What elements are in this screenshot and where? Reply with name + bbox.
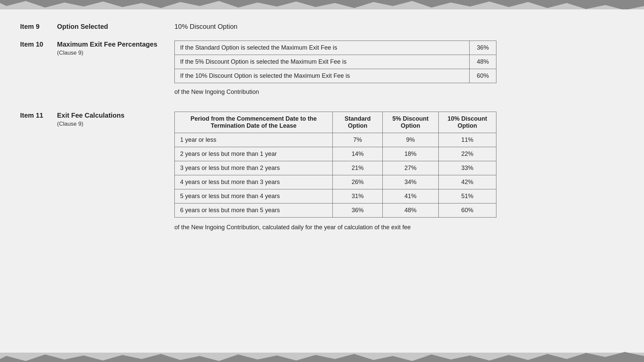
item11-left: Item 11 Exit Fee Calculations (Clause 9) [20,112,174,232]
item10-title: Maximum Exit Fee Percentages [57,41,158,48]
calc-row2-period: 2 years or less but more than 1 year [175,147,333,161]
max-fee-row2-value: 48% [470,55,496,69]
max-fee-row1-desc: If the Standard Option is selected the M… [175,41,470,55]
calc-row2-standard: 14% [333,147,383,161]
max-fee-row2-desc: If the 5% Discount Option is selected th… [175,55,470,69]
calc-row4-discount5: 34% [383,175,438,189]
max-fee-row3-value: 60% [470,69,496,83]
calc-row5-standard: 31% [333,189,383,203]
calc-row6-standard: 36% [333,203,383,218]
item9-number: Item 9 [20,23,57,31]
item10-footer: of the New Ingoing Contribution [174,88,624,96]
item10-clause: (Clause 9) [57,50,158,56]
calc-row1-period: 1 year or less [175,133,333,147]
table-row: If the Standard Option is selected the M… [175,41,496,55]
calc-table: Period from the Commencement Date to the… [174,112,496,218]
calc-header-standard: Standard Option [333,112,383,133]
calc-row1-discount10: 11% [438,133,496,147]
calc-row3-standard: 21% [333,161,383,175]
calc-row6-discount10: 60% [438,203,496,218]
table-row: 2 years or less but more than 1 year 14%… [175,147,496,161]
max-fee-table-body: If the Standard Option is selected the M… [175,41,496,83]
calc-header-discount5: 5% Discount Option [383,112,438,133]
max-fee-row1-value: 36% [470,41,496,55]
item10-title-block: Maximum Exit Fee Percentages (Clause 9) [57,41,158,56]
calc-row3-discount5: 27% [383,161,438,175]
item10-left: Item 10 Maximum Exit Fee Percentages (Cl… [20,41,174,102]
item9-header-row: Item 9 Option Selected [20,23,168,31]
table-row: 1 year or less 7% 9% 11% [175,133,496,147]
torn-bottom-edge [0,352,644,362]
table-row: 6 years or less but more than 5 years 36… [175,203,496,218]
max-fee-table: If the Standard Option is selected the M… [174,41,496,83]
item11-clause: (Clause 9) [57,121,158,127]
item11-footer: of the New Ingoing Contribution, calcula… [174,223,496,232]
item11-title: Exit Fee Calculations [57,112,158,119]
calc-table-head: Period from the Commencement Date to the… [175,112,496,133]
torn-top-edge [0,0,644,10]
item10-number: Item 10 [20,41,57,56]
document-content: Item 9 Option Selected 10% Discount Opti… [20,23,624,242]
calc-row2-discount10: 22% [438,147,496,161]
calc-row4-period: 4 years or less but more than 3 years [175,175,333,189]
document-page: Item 9 Option Selected 10% Discount Opti… [0,9,644,353]
calc-row1-discount5: 9% [383,133,438,147]
calc-row4-discount10: 42% [438,175,496,189]
calc-row2-discount5: 18% [383,147,438,161]
table-row: If the 5% Discount Option is selected th… [175,55,496,69]
item11-number: Item 11 [20,112,57,127]
item10-header-row: Item 10 Maximum Exit Fee Percentages (Cl… [20,41,168,56]
item11-header-row: Item 11 Exit Fee Calculations (Clause 9) [20,112,168,127]
item11-section: Item 11 Exit Fee Calculations (Clause 9)… [20,112,624,232]
calc-header-period: Period from the Commencement Date to the… [175,112,333,133]
calc-row6-period: 6 years or less but more than 5 years [175,203,333,218]
table-row: If the 10% Discount Option is selected t… [175,69,496,83]
calc-row5-discount10: 51% [438,189,496,203]
item11-title-block: Exit Fee Calculations (Clause 9) [57,112,158,127]
item9-value: 10% Discount Option [174,22,237,30]
calc-row1-standard: 7% [333,133,383,147]
calc-row4-standard: 26% [333,175,383,189]
calc-row3-discount10: 33% [438,161,496,175]
item9-title: Option Selected [57,23,158,31]
item9-left: Item 9 Option Selected [20,23,174,31]
calc-header-row: Period from the Commencement Date to the… [175,112,496,133]
table-row: 5 years or less but more than 4 years 31… [175,189,496,203]
table-row: 3 years or less but more than 2 years 21… [175,161,496,175]
calc-table-body: 1 year or less 7% 9% 11% 2 years or less… [175,133,496,218]
item9-section: Item 9 Option Selected 10% Discount Opti… [20,23,624,31]
item9-right: 10% Discount Option [174,23,624,31]
calc-row5-period: 5 years or less but more than 4 years [175,189,333,203]
calc-row6-discount5: 48% [383,203,438,218]
item10-right: If the Standard Option is selected the M… [174,41,624,102]
item10-section: Item 10 Maximum Exit Fee Percentages (Cl… [20,41,624,102]
item11-right: Period from the Commencement Date to the… [174,112,624,232]
calc-row5-discount5: 41% [383,189,438,203]
calc-row3-period: 3 years or less but more than 2 years [175,161,333,175]
calc-header-discount10: 10% Discount Option [438,112,496,133]
max-fee-row3-desc: If the 10% Discount Option is selected t… [175,69,470,83]
table-row: 4 years or less but more than 3 years 26… [175,175,496,189]
